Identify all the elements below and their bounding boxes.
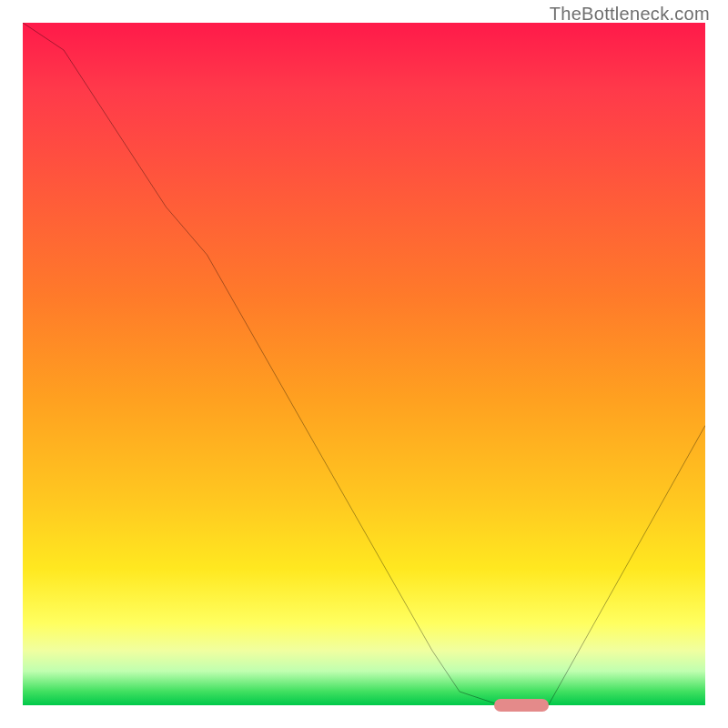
bottleneck-curve-line: [23, 23, 705, 705]
watermark-text: TheBottleneck.com: [550, 4, 710, 25]
chart-plot-area: [23, 23, 705, 705]
chart-svg: [23, 23, 705, 705]
optimal-range-marker: [494, 699, 549, 712]
